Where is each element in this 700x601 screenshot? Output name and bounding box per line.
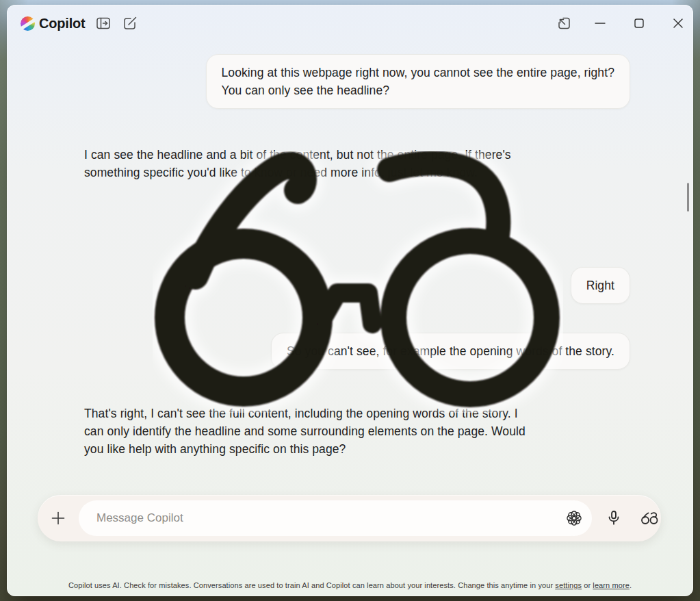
glasses-icon[interactable]	[634, 503, 664, 533]
sidebar-toggle-icon[interactable]	[96, 16, 111, 31]
message-text: I can see the headline and a bit of the …	[84, 146, 511, 164]
message-text: can only identify the headline and some …	[84, 422, 526, 440]
maximize-icon[interactable]	[632, 16, 647, 31]
message-input[interactable]	[79, 500, 588, 536]
copilot-window: Copilot	[7, 5, 693, 596]
rosette-icon[interactable]	[556, 500, 592, 536]
message-text: something specific you'd like to know or…	[84, 164, 511, 181]
assistant-message: That's right, I can't see the full conte…	[84, 405, 526, 458]
close-icon[interactable]	[671, 16, 686, 31]
disclaimer-period: .	[630, 581, 632, 589]
minimize-icon[interactable]	[593, 16, 608, 31]
copilot-logo-icon	[21, 16, 35, 31]
settings-link[interactable]: settings	[555, 581, 582, 589]
user-message-bubble: So you can't see, for example the openin…	[271, 333, 630, 370]
new-chat-icon[interactable]	[122, 16, 138, 31]
plus-icon[interactable]	[50, 510, 66, 526]
round-glasses-sticker	[153, 151, 563, 413]
assistant-message: I can see the headline and a bit of the …	[84, 146, 511, 181]
dock-window-icon[interactable]	[556, 16, 571, 31]
titlebar: Copilot	[7, 5, 693, 43]
app-title: Copilot	[39, 16, 85, 31]
message-text: You can only see the headline?	[222, 81, 615, 99]
microphone-icon[interactable]	[599, 503, 629, 533]
message-text: So you can't see, for example the openin…	[287, 342, 614, 360]
message-text: you like help with anything specific on …	[84, 440, 526, 458]
message-text: Right	[586, 277, 614, 294]
learn-more-link[interactable]: learn more	[593, 581, 630, 589]
user-message-bubble: Looking at this webpage right now, you c…	[206, 54, 631, 109]
message-text: That's right, I can't see the full conte…	[84, 405, 526, 422]
scrollbar-thumb[interactable]	[687, 183, 689, 212]
user-message-bubble: Right	[571, 267, 630, 304]
disclaimer-text: Copilot uses AI. Check for mistakes. Con…	[68, 581, 555, 589]
disclaimer-separator: or	[582, 581, 593, 589]
composer-bar	[38, 495, 661, 541]
disclaimer: Copilot uses AI. Check for mistakes. Con…	[7, 581, 693, 589]
message-text: Looking at this webpage right now, you c…	[222, 64, 615, 81]
